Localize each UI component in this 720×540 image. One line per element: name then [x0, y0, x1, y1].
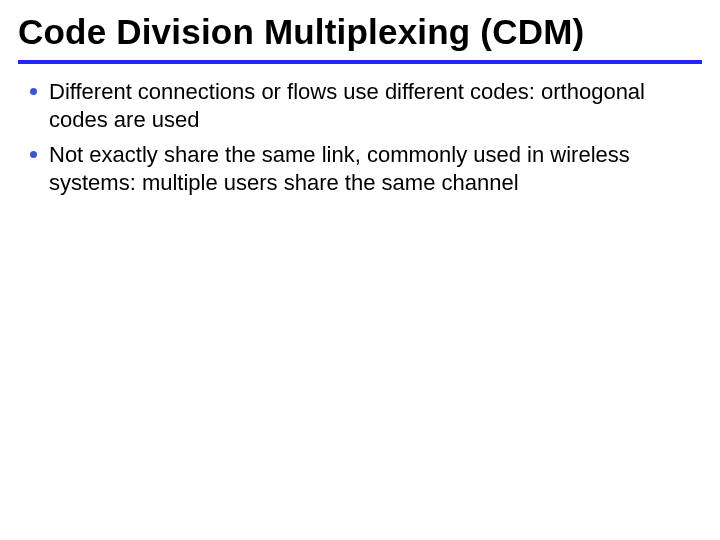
title-underline — [18, 60, 702, 64]
list-item: Not exactly share the same link, commonl… — [30, 141, 702, 197]
bullet-text: Different connections or flows use diffe… — [49, 78, 679, 134]
list-item: Different connections or flows use diffe… — [30, 78, 702, 134]
slide-title: Code Division Multiplexing (CDM) — [18, 12, 702, 52]
bullet-list: Different connections or flows use diffe… — [18, 78, 702, 197]
slide: Code Division Multiplexing (CDM) Differe… — [0, 0, 720, 540]
bullet-icon — [30, 151, 37, 158]
title-block: Code Division Multiplexing (CDM) — [18, 12, 702, 58]
bullet-icon — [30, 88, 37, 95]
bullet-text: Not exactly share the same link, commonl… — [49, 141, 679, 197]
